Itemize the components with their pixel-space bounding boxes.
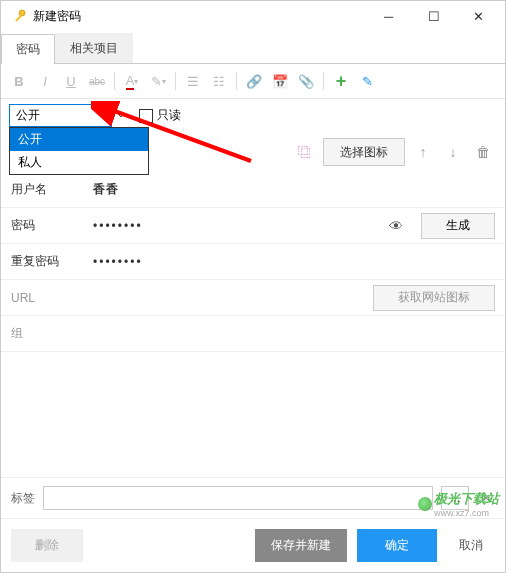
down-arrow-icon[interactable]: ↓ (441, 139, 465, 165)
key-icon (11, 8, 27, 24)
username-label: 用户名 (11, 181, 93, 198)
readonly-label: 只读 (157, 107, 181, 124)
row-username: 用户名 香香 (1, 172, 505, 208)
form: 用户名 香香 密码 •••••••• 👁 生成 重复密码 •••••••• UR… (1, 172, 505, 352)
add-button[interactable]: + (329, 69, 353, 93)
row-password: 密码 •••••••• 👁 生成 (1, 208, 505, 244)
svg-point-0 (19, 10, 25, 16)
title-bar: 新建密码 ─ ☐ ✕ (1, 1, 505, 31)
visibility-dropdown: 公开 私人 (9, 127, 149, 175)
highlight-button[interactable]: ✎▾ (146, 69, 170, 93)
minimize-button[interactable]: ─ (366, 2, 411, 31)
edit-button[interactable]: ✎ (355, 69, 379, 93)
attach-button[interactable]: 📎 (294, 69, 318, 93)
password-label: 密码 (11, 217, 93, 234)
cancel-button[interactable]: 取消 (447, 529, 495, 562)
readonly-checkbox[interactable]: 只读 (139, 107, 181, 124)
checkbox-box (139, 109, 153, 123)
watermark-logo-icon (418, 497, 432, 511)
username-value[interactable]: 香香 (93, 181, 495, 198)
eye-icon[interactable]: 👁 (389, 218, 413, 234)
visibility-combo[interactable]: 公开 公开 私人 (9, 104, 129, 127)
italic-button[interactable]: I (33, 69, 57, 93)
up-arrow-icon[interactable]: ↑ (411, 139, 435, 165)
trash-icon[interactable]: 🗑 (471, 139, 495, 165)
row-group: 组 (1, 316, 505, 352)
ok-button[interactable]: 确定 (357, 529, 437, 562)
bullet-list-button[interactable]: ☰ (181, 69, 205, 93)
svg-rect-1 (15, 15, 21, 21)
group-label: 组 (11, 325, 93, 342)
window-title: 新建密码 (33, 8, 366, 25)
strike-button[interactable]: abc (85, 69, 109, 93)
footer: 删除 保存并新建 确定 取消 (1, 518, 505, 572)
generate-button[interactable]: 生成 (421, 213, 495, 239)
calendar-button[interactable]: 📅 (268, 69, 292, 93)
tags-label: 标签 (11, 490, 35, 507)
bold-button[interactable]: B (7, 69, 31, 93)
link-button[interactable]: 🔗 (242, 69, 266, 93)
save-and-new-button[interactable]: 保存并新建 (255, 529, 347, 562)
get-site-icon-button[interactable]: 获取网站图标 (373, 285, 495, 311)
watermark: 极光下载站 www.xz7.com (418, 490, 499, 518)
tags-input[interactable] (43, 486, 433, 510)
chevron-down-icon[interactable] (111, 104, 129, 127)
combo-option-private[interactable]: 私人 (10, 151, 148, 174)
password-value[interactable]: •••••••• (93, 219, 389, 233)
combo-value: 公开 (16, 107, 40, 124)
select-icon-button[interactable]: 选择图标 (323, 138, 405, 166)
url-label: URL (11, 291, 93, 305)
copy-icon[interactable]: ⿻ (293, 139, 317, 165)
tab-related[interactable]: 相关项目 (55, 33, 133, 63)
visibility-row: 公开 公开 私人 只读 (1, 99, 505, 132)
tab-password[interactable]: 密码 (1, 34, 55, 64)
row-url: URL 获取网站图标 (1, 280, 505, 316)
repeat-value[interactable]: •••••••• (93, 255, 495, 269)
repeat-label: 重复密码 (11, 253, 93, 270)
format-toolbar: B I U abc A▾ ✎▾ ☰ ☷ 🔗 📅 📎 + ✎ (1, 64, 505, 99)
maximize-button[interactable]: ☐ (411, 2, 456, 31)
underline-button[interactable]: U (59, 69, 83, 93)
delete-button[interactable]: 删除 (11, 529, 83, 562)
combo-option-public[interactable]: 公开 (10, 128, 148, 151)
font-color-button[interactable]: A▾ (120, 69, 144, 93)
watermark-url: www.xz7.com (434, 508, 499, 518)
number-list-button[interactable]: ☷ (207, 69, 231, 93)
close-button[interactable]: ✕ (456, 2, 501, 31)
row-repeat: 重复密码 •••••••• (1, 244, 505, 280)
watermark-text: 极光下载站 (434, 490, 499, 508)
tab-bar: 密码 相关项目 (1, 33, 505, 64)
